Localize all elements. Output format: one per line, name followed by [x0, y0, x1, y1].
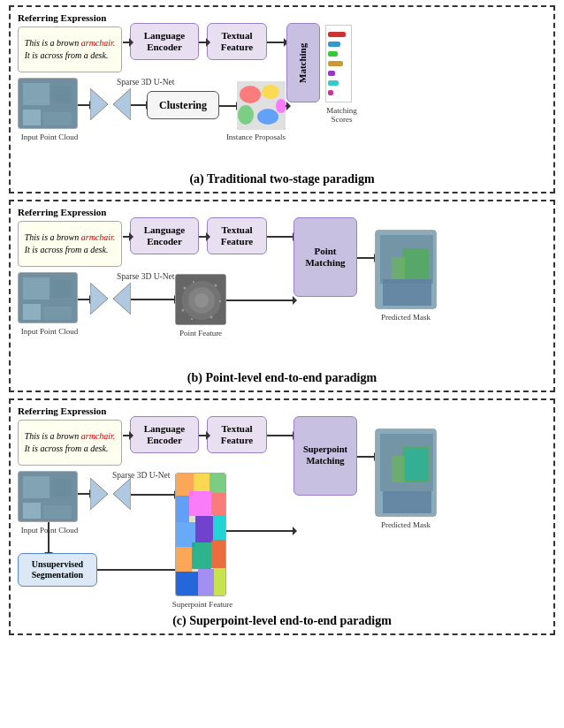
- svg-rect-47: [176, 496, 189, 522]
- sparse-unet-label-a: Sparse 3D U-Net: [117, 78, 174, 87]
- ref-text-a: This is a brown: [25, 38, 81, 48]
- arrow-lang-text-b: [199, 236, 207, 238]
- lang-encoder-box-c: Language Encoder: [130, 416, 199, 453]
- arrow-pc-bowtie-c: [78, 493, 90, 495]
- ref-text-b: This is a brown: [25, 232, 81, 242]
- textual-feature-box-b: Textual Feature: [207, 217, 267, 254]
- svg-point-25: [193, 281, 194, 283]
- svg-rect-61: [383, 491, 431, 513]
- superpoint-feature-img-c: [175, 473, 226, 596]
- referring-box-c: This is a brown armchair. It is across f…: [18, 420, 122, 466]
- ref-text2-b: It is across from a desk.: [25, 245, 109, 254]
- arrow-spfeat-spmatch-c: [226, 530, 293, 532]
- svg-point-29: [191, 318, 193, 320]
- svg-rect-3: [23, 110, 41, 125]
- superpoint-feature-label-c: Superpoint Feature: [168, 600, 237, 609]
- ref-text2-a: It is across from a desk.: [25, 50, 109, 60]
- caption-a: (a) Traditional two-stage paradigm: [11, 171, 553, 190]
- arrow-cluster-proposals-a: [219, 105, 237, 107]
- lang-encoder-box-a: Language Encoder: [130, 23, 199, 60]
- svg-rect-56: [176, 572, 198, 596]
- unet-bowtie-a: [90, 88, 131, 120]
- point-matching-box-b: Point Matching: [293, 217, 357, 297]
- ref-text-c: This is a brown: [25, 431, 81, 441]
- result-img-c: [375, 428, 437, 517]
- svg-rect-64: [404, 449, 427, 481]
- section-a: Referring Expression This is a brown arm…: [9, 5, 555, 193]
- ref-expr-label-c: Referring Expression: [18, 406, 106, 416]
- referring-box-b: This is a brown armchair. It is across f…: [18, 221, 122, 267]
- caption-c: (c) Superpoint-level end-to-end paradigm: [11, 612, 553, 632]
- input-pc-label-a: Input Point Cloud: [14, 133, 85, 141]
- unsup-seg-box-c: Unsupervised Segmentation: [18, 553, 97, 587]
- svg-rect-49: [211, 493, 226, 515]
- input-pc-img-c: [18, 471, 78, 522]
- svg-point-27: [219, 300, 221, 302]
- superpoint-matching-box-c: Superpoint Matching: [293, 416, 357, 496]
- clustering-box-a: Clustering: [147, 91, 219, 119]
- svg-rect-45: [194, 474, 210, 491]
- arrow-ref-lang-b: [123, 236, 130, 238]
- matching-box-a: Matching: [286, 23, 320, 102]
- arrow-text-match-a: [267, 42, 285, 43]
- svg-rect-16: [23, 304, 41, 320]
- svg-rect-55: [211, 540, 226, 568]
- arrow-proposals-match-a: [286, 105, 287, 107]
- referring-box-a: This is a brown armchair. It is across f…: [18, 27, 122, 72]
- armchair-a: armchair.: [81, 38, 116, 48]
- arrow-text-pmatch-b: [267, 236, 293, 238]
- predicted-mask-label-b: Predicted Mask: [375, 313, 437, 322]
- arrow-bowtie-ptfeat-b: [131, 299, 175, 300]
- svg-marker-42: [113, 478, 131, 510]
- unet-bowtie-b: [90, 283, 131, 315]
- input-pc-label-c: Input Point Cloud: [14, 526, 85, 535]
- ref-text2-c: It is across from a desk.: [25, 444, 109, 453]
- arrow-text-spmatch-c: [267, 435, 293, 436]
- arrow-pc-bowtie-a: [78, 104, 90, 106]
- sparse-unet-label-b: Sparse 3D U-Net: [117, 272, 174, 281]
- svg-rect-34: [402, 248, 429, 279]
- textual-feature-box-a: Textual Feature: [207, 23, 267, 60]
- arrow-spmatch-result-c: [357, 456, 375, 458]
- svg-rect-46: [210, 474, 226, 493]
- svg-rect-40: [43, 505, 72, 519]
- svg-point-24: [184, 287, 187, 290]
- svg-point-9: [262, 85, 279, 99]
- svg-rect-38: [52, 479, 72, 497]
- svg-rect-33: [383, 279, 431, 306]
- svg-rect-1: [23, 83, 50, 105]
- proposals-img-a: [237, 81, 286, 130]
- svg-rect-15: [52, 280, 72, 298]
- svg-rect-58: [214, 568, 226, 596]
- arrow-bowtie-spfeat-c: [131, 494, 175, 496]
- armchair-c: armchair.: [81, 431, 116, 441]
- arrow-lang-text-a: [199, 42, 207, 43]
- svg-rect-63: [392, 456, 405, 482]
- svg-rect-48: [189, 491, 211, 516]
- svg-point-11: [257, 109, 278, 125]
- arrow-ref-lang-a: [123, 42, 130, 43]
- arrow-unsup-spfeat-c: [97, 569, 177, 571]
- svg-point-28: [210, 316, 213, 319]
- ref-expr-label-a: Referring Expression: [18, 12, 106, 23]
- svg-marker-18: [90, 283, 108, 315]
- svg-rect-14: [23, 277, 50, 300]
- matching-scores-label-a: Matching Scores: [322, 106, 362, 124]
- arrow-pmatch-result-b: [357, 257, 375, 259]
- svg-rect-35: [392, 257, 405, 279]
- svg-marker-6: [113, 88, 131, 120]
- svg-rect-57: [198, 569, 214, 596]
- caption-b: (b) Point-level end-to-end paradigm: [11, 369, 553, 389]
- input-pc-img-a: [18, 78, 78, 129]
- textual-feature-box-c: Textual Feature: [207, 416, 267, 453]
- svg-rect-4: [43, 112, 72, 125]
- svg-point-26: [215, 284, 217, 287]
- input-pc-label-b: Input Point Cloud: [14, 327, 85, 336]
- svg-rect-54: [192, 542, 211, 569]
- svg-point-8: [240, 86, 261, 103]
- predicted-mask-label-c: Predicted Mask: [375, 520, 437, 529]
- ref-expr-label-b: Referring Expression: [18, 207, 106, 217]
- point-feature-label-b: Point Feature: [171, 329, 230, 337]
- svg-point-23: [194, 293, 209, 307]
- arrow-bowtie-cluster-a: [131, 104, 147, 106]
